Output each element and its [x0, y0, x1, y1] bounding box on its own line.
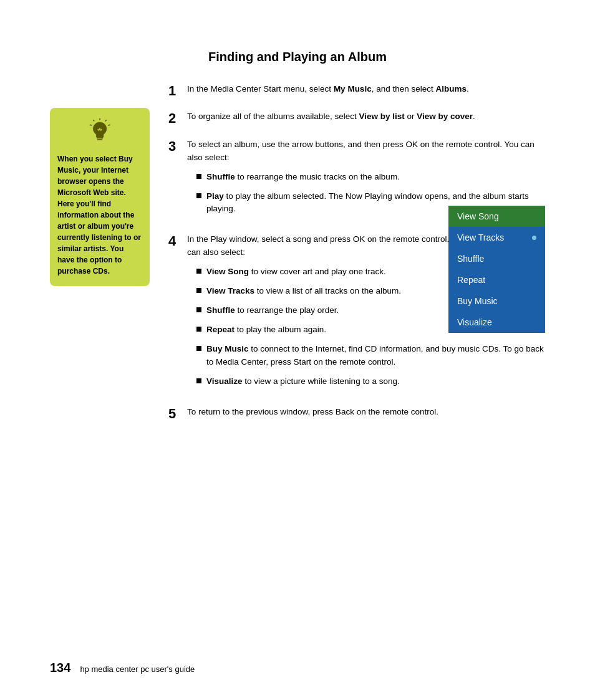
bullet-text: Shuffle to rearrange the play order.: [206, 304, 339, 317]
page-title: Finding and Playing an Album: [50, 50, 545, 64]
step-1: 1 In the Media Center Start menu, select…: [168, 83, 545, 99]
lightbulb-icon: [86, 117, 114, 147]
bullet-icon: [196, 174, 201, 179]
bullet-icon: [196, 346, 201, 351]
menu-item-view-tracks[interactable]: View Tracks: [448, 227, 545, 248]
bullet-text: Repeat to play the album again.: [206, 324, 326, 337]
bullet-buy-music: Buy Music to connect to the Internet, fi…: [196, 343, 545, 369]
bullet-text: Shuffle to rearrange the music tracks on…: [206, 171, 400, 184]
menu-item-label: Repeat: [457, 275, 485, 285]
step-2-text: To organize all of the albums available,…: [187, 110, 545, 123]
step-4-number: 4: [168, 233, 182, 249]
svg-line-2: [108, 125, 110, 125]
step-3-number: 3: [168, 138, 182, 155]
menu-widget: View Song View Tracks Shuffle Repeat Buy…: [448, 206, 545, 333]
page-number: 134: [50, 661, 70, 675]
bullet-icon: [196, 269, 201, 274]
menu-item-label: View Song: [457, 211, 499, 221]
bullet-icon: [196, 327, 201, 332]
step-3-text: To select an album, use the arrow button…: [187, 140, 535, 162]
menu-item-shuffle[interactable]: Shuffle: [448, 248, 545, 269]
menu-item-buy-music[interactable]: Buy Music: [448, 290, 545, 312]
menu-item-label: Visualize: [457, 317, 492, 327]
step-2-number: 2: [168, 110, 182, 127]
menu-item-repeat[interactable]: Repeat: [448, 269, 545, 290]
step-1-text: In the Media Center Start menu, select M…: [187, 83, 545, 96]
menu-item-label: Shuffle: [457, 254, 484, 264]
menu-item-view-song[interactable]: View Song: [448, 206, 545, 227]
bullet-icon: [196, 307, 201, 312]
bullet-text: View Song to view cover art and play one…: [206, 266, 386, 279]
bullet-icon: [196, 378, 201, 383]
bullet-text: View Tracks to view a list of all tracks…: [206, 285, 401, 298]
svg-line-1: [105, 120, 107, 121]
step-5-text: To return to the previous window, press …: [187, 406, 545, 419]
bullet-icon: [196, 288, 201, 293]
tip-text: When you select Buy Music, your Internet…: [57, 153, 142, 277]
menu-item-label: Buy Music: [457, 296, 498, 306]
menu-item-visualize[interactable]: Visualize: [448, 312, 545, 333]
svg-line-3: [93, 120, 94, 121]
bullet-icon: [196, 193, 201, 198]
bullet-text: Buy Music to connect to the Internet, fi…: [206, 343, 545, 369]
bullet-visualize: Visualize to view a picture while listen…: [196, 375, 545, 388]
bullet-text: Visualize to view a picture while listen…: [206, 375, 400, 388]
step-2: 2 To organize all of the albums availabl…: [168, 110, 545, 127]
menu-item-label: View Tracks: [457, 233, 504, 242]
svg-line-4: [89, 125, 91, 125]
step-1-number: 1: [168, 83, 182, 99]
dot-indicator: [532, 236, 536, 240]
step-5: 5 To return to the previous window, pres…: [168, 406, 545, 422]
footer-text: hp media center pc user's guide: [80, 664, 195, 674]
page-footer: 134 hp media center pc user's guide: [50, 661, 195, 675]
tip-box: When you select Buy Music, your Internet…: [50, 108, 150, 286]
bullet-shuffle-album: Shuffle to rearrange the music tracks on…: [196, 171, 545, 184]
step-5-number: 5: [168, 406, 182, 422]
